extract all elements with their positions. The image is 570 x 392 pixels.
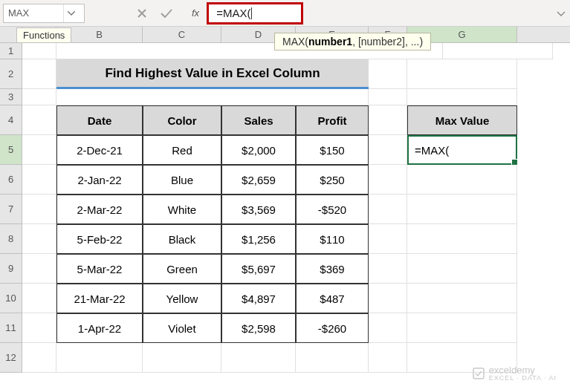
cell-color-9[interactable]: Green (143, 254, 221, 284)
row-header-1[interactable]: 1 (0, 43, 22, 59)
function-hint-tooltip[interactable]: MAX(number1, [number2], ...) (274, 33, 431, 50)
cell-f7[interactable] (369, 195, 407, 224)
cell-sales-10[interactable]: $4,897 (221, 284, 296, 313)
cell-f10[interactable] (369, 284, 407, 313)
cell-color-5[interactable]: Red (143, 135, 221, 165)
cell-a1[interactable] (22, 43, 56, 59)
cell-sales-8[interactable]: $1,256 (221, 224, 296, 254)
watermark: exceldemy EXCEL · DATA · AI (472, 365, 557, 382)
cell-color-11[interactable]: Violet (143, 313, 221, 343)
max-value-header[interactable]: Max Value (407, 105, 517, 135)
cell-a5[interactable] (22, 135, 56, 165)
cell-f9[interactable] (369, 254, 407, 284)
cell-profit-7[interactable]: -$520 (296, 195, 369, 224)
cell-date-11[interactable]: 1-Apr-22 (56, 313, 143, 343)
expand-formula-bar-icon[interactable] (557, 10, 566, 17)
cell-a3[interactable] (22, 89, 56, 105)
row-header-3[interactable]: 3 (0, 89, 22, 105)
cell-g10[interactable] (407, 284, 517, 313)
cancel-icon[interactable] (137, 8, 147, 19)
cell-g3[interactable] (407, 89, 517, 105)
cell-a12[interactable] (22, 343, 56, 373)
cell-a9[interactable] (22, 254, 56, 284)
title-cell[interactable]: Find Highest Value in Excel Column (56, 59, 369, 89)
cell-a2[interactable] (22, 59, 56, 89)
cell-g6[interactable] (407, 165, 517, 195)
cell-a8[interactable] (22, 224, 56, 254)
cell-color-7[interactable]: White (143, 195, 221, 224)
cell-date-7[interactable]: 2-Mar-22 (56, 195, 143, 224)
cell-c12[interactable] (143, 343, 221, 373)
row-10: 1021-Mar-22Yellow$4,897$487 (0, 284, 570, 313)
row-header-9[interactable]: 9 (0, 254, 22, 284)
col-header-c[interactable]: C (143, 27, 221, 42)
row-header-5[interactable]: 5 (0, 135, 22, 165)
row-header-8[interactable]: 8 (0, 224, 22, 254)
cell-profit-10[interactable]: $487 (296, 284, 369, 313)
name-box-wrap[interactable] (3, 4, 85, 23)
header-color[interactable]: Color (143, 105, 221, 135)
cell-date-10[interactable]: 21-Mar-22 (56, 284, 143, 313)
cell-profit-9[interactable]: $369 (296, 254, 369, 284)
cell-a4[interactable] (22, 105, 56, 135)
cell-merged-3[interactable] (56, 89, 369, 105)
cell-date-5[interactable]: 2-Dec-21 (56, 135, 143, 165)
enter-icon[interactable] (161, 9, 172, 18)
cell-a7[interactable] (22, 195, 56, 224)
watermark-icon (472, 367, 485, 380)
cell-a10[interactable] (22, 284, 56, 313)
cell-f11[interactable] (369, 313, 407, 343)
formula-tools: fx (137, 7, 199, 19)
cell-date-9[interactable]: 5-Mar-22 (56, 254, 143, 284)
cell-f8[interactable] (369, 224, 407, 254)
fx-icon[interactable]: fx (192, 7, 199, 19)
cell-f12[interactable] (369, 343, 407, 373)
cell-sales-11[interactable]: $2,598 (221, 313, 296, 343)
cell-color-6[interactable]: Blue (143, 165, 221, 195)
header-date[interactable]: Date (56, 105, 143, 135)
cell-color-10[interactable]: Yellow (143, 284, 221, 313)
formula-bar[interactable]: =MAX( (207, 2, 303, 24)
cell-a11[interactable] (22, 313, 56, 343)
cell-g2[interactable] (407, 59, 517, 89)
cell-d12[interactable] (221, 343, 296, 373)
cell-f6[interactable] (369, 165, 407, 195)
cell-color-8[interactable]: Black (143, 224, 221, 254)
cell-f3[interactable] (369, 89, 407, 105)
cell-g9[interactable] (407, 254, 517, 284)
header-profit[interactable]: Profit (296, 105, 369, 135)
cell-b12[interactable] (56, 343, 143, 373)
cell-f4[interactable] (369, 105, 407, 135)
cell-g1[interactable] (443, 43, 553, 59)
row-header-10[interactable]: 10 (0, 284, 22, 313)
chevron-down-icon[interactable] (63, 4, 78, 22)
cell-g11[interactable] (407, 313, 517, 343)
cell-f5[interactable] (369, 135, 407, 165)
row-11: 111-Apr-22Violet$2,598-$260 (0, 313, 570, 343)
cell-profit-6[interactable]: $250 (296, 165, 369, 195)
cell-profit-8[interactable]: $110 (296, 224, 369, 254)
name-box[interactable] (4, 7, 63, 19)
row-header-12[interactable]: 12 (0, 343, 22, 373)
row-header-2[interactable]: 2 (0, 59, 22, 89)
cell-g7[interactable] (407, 195, 517, 224)
cell-profit-5[interactable]: $150 (296, 135, 369, 165)
cell-date-8[interactable]: 5-Feb-22 (56, 224, 143, 254)
cell-profit-11[interactable]: -$260 (296, 313, 369, 343)
cell-a6[interactable] (22, 165, 56, 195)
cell-g8[interactable] (407, 224, 517, 254)
cell-e12[interactable] (296, 343, 369, 373)
spreadsheet-grid: A B C D E F G 1 2 Find Highest Value in … (0, 27, 570, 392)
cell-date-6[interactable]: 2-Jan-22 (56, 165, 143, 195)
header-sales[interactable]: Sales (221, 105, 296, 135)
row-header-7[interactable]: 7 (0, 195, 22, 224)
row-header-4[interactable]: 4 (0, 105, 22, 135)
row-header-11[interactable]: 11 (0, 313, 22, 343)
cell-f2[interactable] (369, 59, 407, 89)
cell-sales-5[interactable]: $2,000 (221, 135, 296, 165)
cell-sales-9[interactable]: $5,697 (221, 254, 296, 284)
cell-sales-7[interactable]: $3,569 (221, 195, 296, 224)
row-header-6[interactable]: 6 (0, 165, 22, 195)
cell-sales-6[interactable]: $2,659 (221, 165, 296, 195)
active-cell-g5[interactable]: =MAX( (407, 135, 517, 165)
